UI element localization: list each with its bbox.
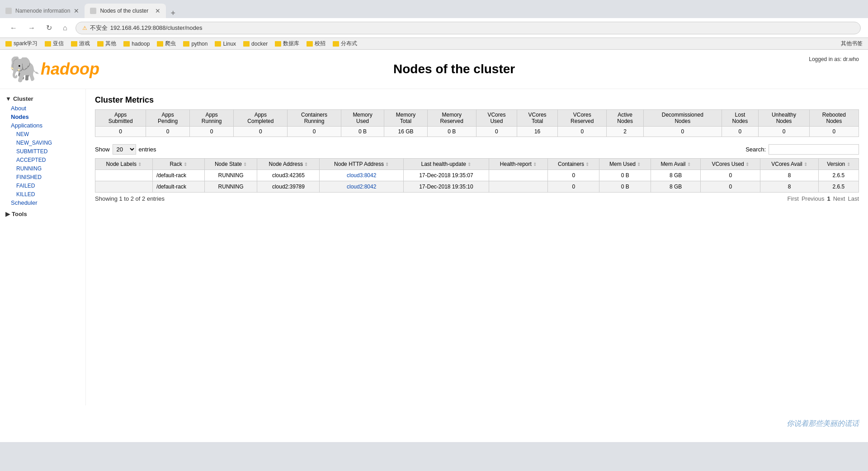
bookmark-distributed[interactable]: 分布式 [333, 40, 357, 47]
bookmark-campus[interactable]: 校招 [307, 40, 326, 47]
other-bookmarks[interactable]: 其他书签 [841, 40, 863, 47]
cell-address-1: cloud3:42365 [257, 170, 320, 181]
forward-button[interactable]: → [25, 23, 38, 33]
tab-namenode[interactable]: Namenode information ✕ [0, 4, 85, 18]
sidebar-item-about[interactable]: About [0, 104, 85, 113]
metrics-val-memory-reserved: 0 B [427, 127, 476, 137]
failed-link[interactable]: FAILED [16, 183, 35, 189]
metrics-col-vcores-total: VCoresTotal [517, 110, 558, 127]
scheduler-link[interactable]: Scheduler [11, 199, 38, 206]
sidebar-item-new-saving[interactable]: NEW_SAVING [0, 138, 85, 147]
home-button[interactable]: ⌂ [60, 23, 70, 33]
bookmark-spider[interactable]: 爬虫 [157, 40, 176, 47]
bookmark-python[interactable]: python [183, 41, 208, 47]
previous-page-btn[interactable]: Previous [802, 195, 825, 202]
cell-containers-2: 0 [548, 181, 599, 193]
new-saving-link[interactable]: NEW_SAVING [16, 140, 52, 146]
page-footer: 你说着那些美丽的谎话 [0, 405, 868, 442]
col-node-state[interactable]: Node State ⇕ [204, 159, 257, 170]
bookmark-games[interactable]: 游戏 [71, 40, 90, 47]
metrics-col-memory-reserved: MemoryReserved [427, 110, 476, 127]
bookmark-other[interactable]: 其他 [97, 40, 116, 47]
accepted-link[interactable]: ACCEPTED [16, 157, 46, 163]
search-input[interactable] [769, 144, 859, 155]
bookmark-yaxin[interactable]: 亚信 [45, 40, 64, 47]
col-version[interactable]: Version ⇕ [818, 159, 859, 170]
sidebar-item-submitted[interactable]: SUBMITTED [0, 147, 85, 155]
bookmark-label-database: 数据库 [283, 40, 299, 47]
cell-mem-used-2: 0 B [599, 181, 651, 193]
col-containers[interactable]: Containers ⇕ [548, 159, 599, 170]
tab-bar: Namenode information ✕ Nodes of the clus… [0, 0, 868, 18]
sidebar-item-applications[interactable]: Applications [0, 121, 85, 130]
folder-icon-campus [307, 41, 313, 47]
sidebar-cluster-toggle[interactable]: ▼ Cluster [0, 94, 85, 104]
running-link[interactable]: RUNNING [16, 165, 42, 172]
cell-vcores-used-1: 0 [701, 170, 760, 181]
tab-nodes[interactable]: Nodes of the cluster ✕ [85, 4, 166, 18]
first-page-btn[interactable]: First [788, 195, 799, 202]
cell-version-2: 2.6.5 [818, 181, 859, 193]
metrics-col-active-nodes: ActiveNodes [607, 110, 644, 127]
next-page-btn[interactable]: Next [833, 195, 845, 202]
bookmark-spark[interactable]: spark学习 [5, 40, 38, 47]
sidebar-item-scheduler[interactable]: Scheduler [0, 198, 85, 207]
col-rack[interactable]: Rack ⇕ [152, 159, 204, 170]
nodes-link[interactable]: Nodes [11, 113, 29, 120]
col-node-http[interactable]: Node HTTP Address ⇕ [320, 159, 404, 170]
killed-link[interactable]: KILLED [16, 191, 35, 198]
page-title: Nodes of the cluster [99, 62, 809, 76]
col-mem-used[interactable]: Mem Used ⇕ [599, 159, 651, 170]
new-tab-button[interactable]: + [166, 9, 180, 18]
col-health-update[interactable]: Last health-update ⇕ [404, 159, 489, 170]
applications-link[interactable]: Applications [11, 122, 42, 129]
col-vcores-used[interactable]: VCores Used ⇕ [701, 159, 760, 170]
sidebar-item-accepted[interactable]: ACCEPTED [0, 155, 85, 164]
sidebar-item-killed[interactable]: KILLED [0, 190, 85, 198]
bookmark-hadoop[interactable]: hadoop [123, 41, 150, 47]
http-link-1[interactable]: cloud3:8042 [347, 172, 376, 179]
bookmark-label-python: python [191, 41, 208, 47]
bookmark-docker[interactable]: docker [243, 41, 268, 47]
finished-link[interactable]: FINISHED [16, 174, 42, 180]
sidebar-item-new[interactable]: NEW [0, 130, 85, 138]
col-node-address[interactable]: Node Address ⇕ [257, 159, 320, 170]
last-page-btn[interactable]: Last [848, 195, 859, 202]
sidebar-item-running[interactable]: RUNNING [0, 164, 85, 173]
sidebar-item-nodes[interactable]: Nodes [0, 113, 85, 121]
url-box[interactable]: ⚠ 不安全 192.168.46.129:8088/cluster/nodes [75, 22, 861, 34]
folder-icon-spider [157, 41, 163, 47]
search-box: Search: [745, 144, 859, 155]
current-page[interactable]: 1 [827, 195, 830, 202]
folder-icon-hadoop [123, 41, 130, 47]
page-header: 🐘 hadoop Nodes of the cluster Logged in … [0, 50, 868, 89]
pagination-buttons: First Previous 1 Next Last [788, 195, 859, 202]
http-link-2[interactable]: cloud2:8042 [347, 184, 376, 190]
col-node-labels[interactable]: Node Labels ⇕ [95, 159, 153, 170]
browser-chrome: Namenode information ✕ Nodes of the clus… [0, 0, 868, 471]
metrics-val-active-nodes[interactable]: 2 [607, 127, 644, 137]
back-button[interactable]: ← [7, 23, 20, 33]
reload-button[interactable]: ↻ [43, 23, 55, 33]
new-link[interactable]: NEW [16, 131, 29, 137]
col-mem-avail[interactable]: Mem Avail ⇕ [651, 159, 701, 170]
cell-address-2: cloud2:39789 [257, 181, 320, 193]
bookmark-linux[interactable]: Linux [215, 41, 236, 47]
col-health-report[interactable]: Health-report ⇕ [489, 159, 548, 170]
entries-select[interactable]: 20 10 25 50 100 [113, 144, 136, 155]
bookmark-database[interactable]: 数据库 [275, 40, 299, 47]
sidebar-section-cluster: ▼ Cluster About Nodes Applications NEW [0, 94, 85, 207]
cell-report-1 [489, 170, 548, 181]
bookmark-label-docker: docker [251, 41, 268, 47]
submitted-link[interactable]: SUBMITTED [16, 148, 47, 155]
sidebar-item-finished[interactable]: FINISHED [0, 173, 85, 181]
cell-health-2: 17-Dec-2018 19:35:10 [404, 181, 489, 193]
about-link[interactable]: About [11, 105, 26, 112]
lock-icon: ⚠ [82, 25, 87, 31]
sidebar-item-failed[interactable]: FAILED [0, 181, 85, 190]
folder-icon-database [275, 41, 281, 47]
sidebar-tools-toggle[interactable]: ▶ Tools [0, 209, 85, 219]
col-vcores-avail[interactable]: VCores Avail ⇕ [760, 159, 818, 170]
tab-close-2[interactable]: ✕ [155, 7, 160, 14]
tab-close-1[interactable]: ✕ [74, 7, 79, 14]
